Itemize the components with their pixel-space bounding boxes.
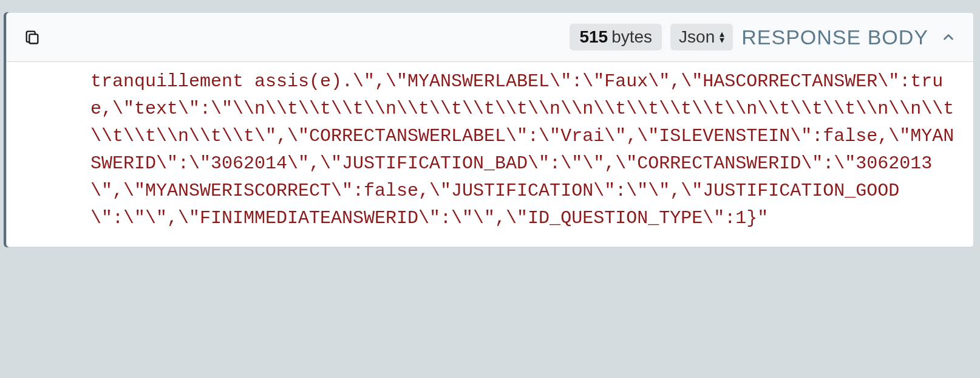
section-title: RESPONSE BODY — [741, 26, 928, 49]
response-panel: 515 bytes Json ▴ ▾ RESPONSE BODY tranqui… — [6, 12, 974, 247]
chevron-up-icon[interactable] — [941, 29, 956, 45]
panel-header: 515 bytes Json ▴ ▾ RESPONSE BODY — [7, 13, 973, 62]
format-select[interactable]: Json ▴ ▾ — [670, 24, 733, 50]
panel-body: tranquillement assis(e).\",\"MYANSWERLAB… — [7, 62, 973, 247]
select-arrows-icon: ▴ ▾ — [720, 31, 724, 43]
copy-icon[interactable] — [24, 29, 41, 46]
size-unit: bytes — [611, 27, 652, 47]
svg-rect-0 — [29, 34, 38, 43]
size-value: 515 — [579, 27, 608, 47]
size-badge: 515 bytes — [570, 24, 662, 50]
format-label: Json — [679, 27, 715, 47]
response-body-text: tranquillement assis(e).\",\"MYANSWERLAB… — [24, 68, 956, 232]
